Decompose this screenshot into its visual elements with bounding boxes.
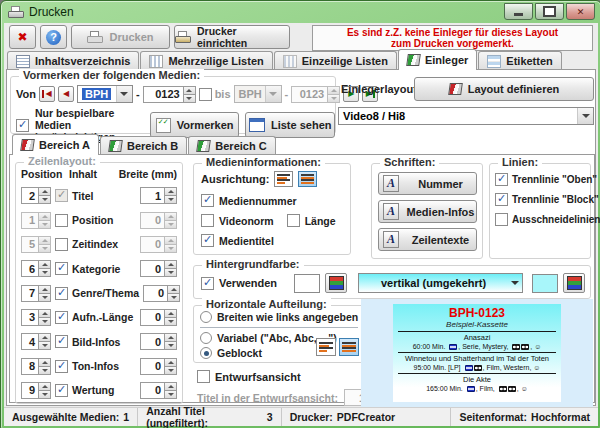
printer-setup-button[interactable]: Drucker einrichten <box>174 25 290 49</box>
split-left-button[interactable] <box>316 338 336 356</box>
spin-up-icon[interactable] <box>38 333 51 342</box>
spin-up-icon[interactable] <box>38 285 51 294</box>
layout-definieren-button[interactable]: Layout definieren <box>414 77 594 101</box>
spin-down-icon[interactable] <box>38 269 51 277</box>
help-button[interactable]: ? <box>40 25 67 49</box>
verwenden-checkbox[interactable] <box>201 277 214 290</box>
from-number-spinner[interactable]: 0123 <box>143 86 196 103</box>
spin-down-icon[interactable] <box>164 269 177 277</box>
tab-bereich-a[interactable]: Bereich A <box>12 134 99 155</box>
inhalt-checkbox[interactable] <box>55 287 68 300</box>
spin-up-icon[interactable] <box>164 358 177 367</box>
tab-einleger[interactable]: Einleger <box>398 49 477 70</box>
combo-arrow-icon[interactable] <box>265 86 281 102</box>
combo-arrow-icon[interactable] <box>577 108 593 124</box>
mediennummer-checkbox[interactable] <box>201 194 214 207</box>
inhalt-checkbox[interactable] <box>55 238 68 251</box>
spin-down-icon[interactable] <box>38 196 51 204</box>
spin-down-icon[interactable] <box>183 95 196 103</box>
spin-up-icon[interactable] <box>164 309 177 318</box>
spin-down-icon[interactable] <box>164 342 177 350</box>
close-button[interactable]: ✕ <box>566 3 595 20</box>
inhalt-checkbox[interactable] <box>55 189 68 202</box>
breite-spinner[interactable]: 0 <box>143 285 180 302</box>
combo-arrow-icon[interactable] <box>508 274 522 292</box>
trennlinie-oben-checkbox[interactable] <box>495 173 508 186</box>
spin-down-icon[interactable] <box>38 391 51 399</box>
tab-inhaltsverzeichnis[interactable]: Inhaltsverzeichnis <box>7 51 139 70</box>
entwurfsansicht-checkbox[interactable] <box>197 370 210 383</box>
tab-einzeilige-listen[interactable]: Einzeilige Listen <box>274 51 397 70</box>
position-spinner[interactable]: 4 <box>21 333 51 350</box>
position-spinner[interactable]: 1 <box>21 212 51 229</box>
spin-down-icon[interactable] <box>164 367 177 375</box>
ausschneidelinien-checkbox[interactable] <box>495 213 508 226</box>
spin-down-icon[interactable] <box>38 342 51 350</box>
first-media-button[interactable]: ◀ <box>39 86 55 102</box>
to-prefix-combo[interactable]: BPH <box>234 85 282 103</box>
breiten-radio[interactable] <box>200 311 212 323</box>
spin-down-icon[interactable] <box>164 391 177 399</box>
spin-up-icon[interactable] <box>38 187 51 196</box>
spin-down-icon[interactable] <box>38 367 51 375</box>
breite-spinner[interactable]: 0 <box>140 358 177 375</box>
breite-spinner[interactable]: 0 <box>140 236 177 253</box>
tab-bereich-c[interactable]: Bereich C <box>188 136 275 155</box>
position-spinner[interactable]: 8 <box>21 358 51 375</box>
spin-up-icon[interactable] <box>38 212 51 221</box>
spin-down-icon[interactable] <box>38 294 51 302</box>
spin-up-icon[interactable] <box>164 236 177 245</box>
spin-down-icon[interactable] <box>38 245 51 253</box>
titlebar[interactable]: Drucken ✕ <box>1 1 600 23</box>
to-number-spinner[interactable]: 0123 <box>291 86 340 103</box>
print-button[interactable]: Drucken <box>71 25 170 49</box>
position-spinner[interactable]: 6 <box>21 260 51 277</box>
breite-spinner[interactable]: 0 <box>140 260 177 277</box>
inhalt-checkbox[interactable] <box>55 335 68 348</box>
spin-up-icon[interactable] <box>164 212 177 221</box>
inhalt-checkbox[interactable] <box>55 311 68 324</box>
spin-up-icon[interactable] <box>38 260 51 269</box>
align-left-button[interactable] <box>274 171 293 187</box>
end-color-picker-button[interactable] <box>563 273 585 293</box>
spin-down-icon[interactable] <box>164 245 177 253</box>
spin-down-icon[interactable] <box>164 221 177 229</box>
medientitel-checkbox[interactable] <box>201 234 214 247</box>
spin-up-icon[interactable] <box>38 382 51 391</box>
breite-spinner[interactable]: 0 <box>140 309 177 326</box>
cancel-button[interactable]: ✖ <box>9 25 36 49</box>
spin-up-icon[interactable] <box>164 382 177 391</box>
inhalt-checkbox[interactable] <box>55 262 68 275</box>
combo-arrow-icon[interactable] <box>116 86 132 102</box>
breite-spinner[interactable]: 0 <box>140 382 177 399</box>
prev-media-button[interactable]: ◀ <box>58 86 74 102</box>
from-prefix-combo[interactable]: BPH <box>77 85 133 103</box>
maximize-button[interactable] <box>535 3 564 20</box>
bis-checkbox[interactable] <box>199 88 212 101</box>
font-zeilentexte-button[interactable]: A Zeilentexte <box>378 228 477 251</box>
tab-etiketten[interactable]: Etiketten <box>478 51 561 70</box>
minimize-button[interactable] <box>504 3 533 20</box>
videonorm-checkbox[interactable] <box>201 214 214 227</box>
spin-up-icon[interactable] <box>38 358 51 367</box>
nur-bespielbare-checkbox[interactable] <box>16 119 29 132</box>
spin-up-icon[interactable] <box>164 187 177 196</box>
gradient-combo[interactable]: vertikal (umgekehrt) <box>358 273 523 293</box>
position-spinner[interactable]: 2 <box>21 187 51 204</box>
spin-up-icon[interactable] <box>164 260 177 269</box>
spin-up-icon[interactable] <box>167 285 180 294</box>
einlegerlayout-combo[interactable]: Video8 / Hi8 <box>338 107 594 125</box>
breite-spinner[interactable]: 1 <box>140 187 177 204</box>
inhalt-checkbox[interactable] <box>55 214 68 227</box>
position-spinner[interactable]: 9 <box>21 382 51 399</box>
laenge-checkbox[interactable] <box>287 214 300 227</box>
spin-down-icon[interactable] <box>164 318 177 326</box>
font-medieninfos-button[interactable]: A Medien-Infos <box>378 200 477 223</box>
spin-up-icon[interactable] <box>327 86 340 95</box>
variabel-radio[interactable] <box>200 332 212 344</box>
split-justify-button[interactable] <box>339 338 359 356</box>
spin-down-icon[interactable] <box>327 95 340 103</box>
breite-spinner[interactable]: 0 <box>140 333 177 350</box>
inhalt-checkbox[interactable] <box>55 360 68 373</box>
spin-up-icon[interactable] <box>164 333 177 342</box>
